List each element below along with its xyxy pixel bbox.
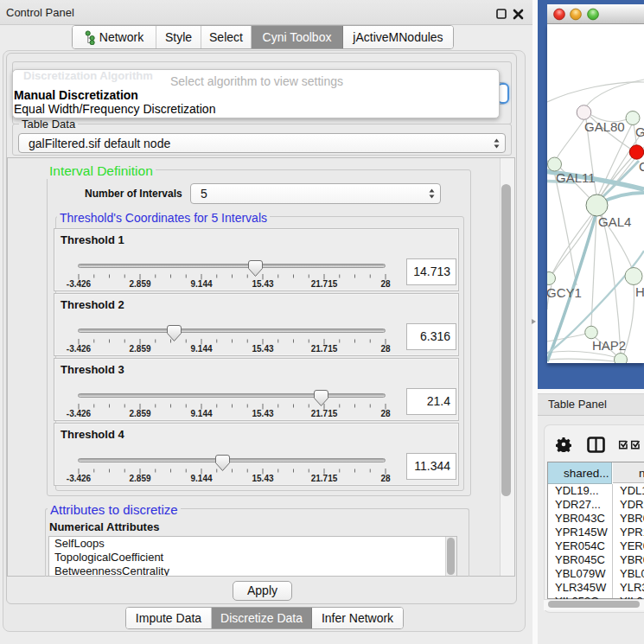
svg-text:C: C	[639, 159, 644, 174]
svg-text:GCY1: GCY1	[547, 285, 582, 300]
svg-text:GAL80: GAL80	[584, 119, 625, 134]
svg-text:GAL11: GAL11	[556, 170, 596, 185]
svg-text:GAL4: GAL4	[598, 214, 631, 229]
svg-text:GA: GA	[635, 124, 644, 139]
svg-text:H: H	[635, 284, 644, 299]
svg-text:HAP2: HAP2	[592, 338, 626, 353]
